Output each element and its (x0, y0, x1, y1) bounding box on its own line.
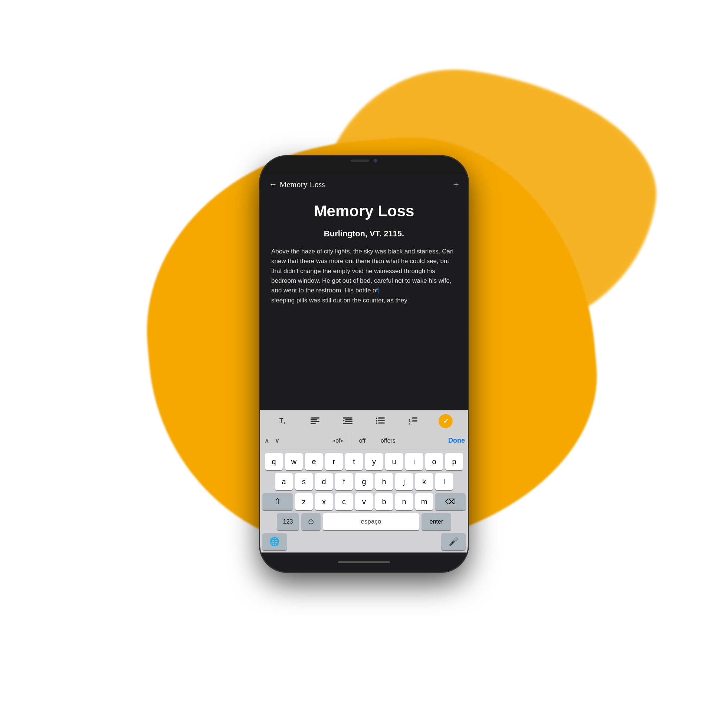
key-q[interactable]: q (265, 453, 283, 470)
svg-rect-7 (343, 423, 352, 424)
svg-point-11 (376, 420, 377, 422)
svg-rect-10 (378, 418, 385, 419)
svg-rect-0 (310, 418, 320, 419)
space-bar[interactable]: espaço (323, 513, 419, 530)
key-m[interactable]: m (415, 493, 433, 510)
key-v[interactable]: v (355, 493, 373, 510)
back-arrow-icon: ← (269, 180, 277, 189)
content-area[interactable]: Memory Loss Burlington, VT. 2115. Above … (260, 195, 468, 410)
key-u[interactable]: u (385, 453, 403, 470)
key-b[interactable]: b (375, 493, 393, 510)
key-s[interactable]: s (295, 473, 313, 490)
indent-button[interactable] (341, 414, 355, 428)
phone-notch (342, 156, 386, 165)
mic-button[interactable]: 🎤 (441, 533, 466, 550)
autocorrect-suggestions: «of» off offers (279, 436, 448, 446)
phone-mockup: ← Memory Loss + Memory Loss Burlington, … (260, 156, 468, 572)
key-d[interactable]: d (315, 473, 333, 490)
shift-button[interactable]: ⇧ (262, 493, 293, 510)
key-h[interactable]: h (375, 473, 393, 490)
autocorrect-done-button[interactable]: Done (448, 437, 468, 445)
svg-text:2.: 2. (408, 421, 412, 425)
svg-rect-16 (412, 418, 418, 419)
nav-bar: ← Memory Loss + (260, 174, 468, 195)
front-camera (374, 159, 377, 162)
suggestion-3[interactable]: offers (373, 436, 403, 446)
font-format-button[interactable]: Tт (275, 414, 289, 428)
align-left-button[interactable] (308, 414, 322, 428)
story-title: Memory Loss (271, 202, 457, 220)
checkmark-icon: ✓ (443, 417, 449, 425)
indent-icon (343, 418, 352, 425)
key-t[interactable]: t (345, 453, 363, 470)
key-x[interactable]: x (315, 493, 333, 510)
svg-point-13 (376, 422, 377, 424)
phone-screen: ← Memory Loss + Memory Loss Burlington, … (260, 174, 468, 552)
key-n[interactable]: n (395, 493, 413, 510)
svg-rect-1 (310, 419, 317, 421)
keyboard-spacer (289, 533, 439, 550)
format-toolbar: Tт (260, 410, 468, 431)
nav-title: Memory Loss (279, 180, 325, 189)
globe-button[interactable]: 🌐 (262, 533, 287, 550)
numbered-list-button[interactable]: 1. 2. (406, 414, 420, 428)
keyboard: q w e r t y u i o p a s d f g h j k (260, 450, 468, 552)
bullet-list-button[interactable] (373, 414, 387, 428)
svg-rect-3 (310, 423, 316, 424)
phone-speaker (351, 159, 369, 162)
key-o[interactable]: o (425, 453, 443, 470)
key-e[interactable]: e (305, 453, 323, 470)
home-indicator[interactable] (338, 561, 390, 563)
suggestion-1[interactable]: «of» (325, 436, 351, 446)
key-k[interactable]: k (415, 473, 433, 490)
key-c[interactable]: c (335, 493, 353, 510)
numbered-list-icon: 1. 2. (408, 418, 418, 425)
key-f[interactable]: f (335, 473, 353, 490)
story-subtitle: Burlington, VT. 2115. (271, 229, 457, 239)
svg-rect-18 (412, 421, 418, 422)
key-y[interactable]: y (365, 453, 383, 470)
emoji-button[interactable]: ☺ (301, 513, 321, 530)
key-r[interactable]: r (325, 453, 343, 470)
key-z[interactable]: z (295, 493, 313, 510)
prev-arrow-button[interactable]: ∧ (265, 437, 269, 444)
backspace-button[interactable]: ⌫ (435, 493, 466, 510)
text-cursor (378, 288, 378, 294)
keyboard-row-2: a s d f g h j k l (262, 473, 466, 490)
back-button[interactable]: ← Memory Loss (269, 180, 325, 189)
svg-rect-6 (345, 421, 352, 422)
done-format-button[interactable]: ✓ (439, 414, 453, 428)
add-button[interactable]: + (453, 179, 459, 190)
key-i[interactable]: i (405, 453, 423, 470)
svg-rect-2 (310, 421, 320, 422)
suggestion-2[interactable]: off (352, 436, 373, 446)
phone-top-bar (260, 156, 468, 174)
keyboard-row-5: 🌐 🎤 (262, 533, 466, 550)
svg-rect-4 (343, 418, 352, 419)
key-p[interactable]: p (445, 453, 463, 470)
keyboard-row-1: q w e r t y u i o p (262, 453, 466, 470)
enter-button[interactable]: enter (422, 513, 451, 530)
story-body[interactable]: Above the haze of city lights, the sky w… (271, 247, 457, 305)
phone-bottom-bar (260, 552, 468, 572)
bullet-list-icon (376, 418, 385, 425)
numbers-button[interactable]: 123 (277, 513, 299, 530)
keyboard-row-3: ⇧ z x c v b n m ⌫ (262, 493, 466, 510)
key-a[interactable]: a (275, 473, 293, 490)
svg-rect-12 (378, 420, 385, 421)
key-w[interactable]: w (285, 453, 303, 470)
key-g[interactable]: g (355, 473, 373, 490)
svg-marker-8 (343, 420, 345, 422)
next-arrow-button[interactable]: ∨ (275, 437, 279, 444)
autocorrect-bar: ∧ ∨ «of» off offers Done (260, 431, 468, 450)
nav-arrows: ∧ ∨ (260, 437, 279, 444)
keyboard-row-4: 123 ☺ espaço enter (262, 513, 466, 530)
key-l[interactable]: l (435, 473, 453, 490)
key-j[interactable]: j (395, 473, 413, 490)
svg-point-9 (376, 418, 377, 419)
svg-rect-14 (378, 422, 385, 424)
svg-rect-5 (345, 419, 352, 421)
font-icon: Tт (279, 417, 285, 425)
align-left-icon (310, 418, 320, 425)
